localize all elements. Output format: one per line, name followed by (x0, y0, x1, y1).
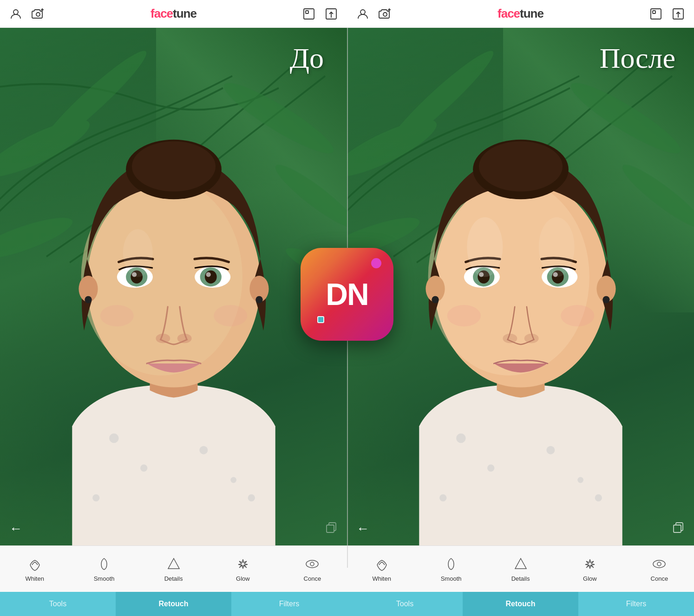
right-nav-tools[interactable]: Tools (347, 592, 463, 616)
left-bottom-nav: Tools Retouch Filters (0, 592, 347, 616)
left-image-area: До ← (0, 28, 347, 545)
right-tool-whiten[interactable]: Whiten (347, 551, 416, 586)
right-camera-add-icon[interactable] (378, 6, 393, 21)
right-copy-icon[interactable] (672, 521, 685, 536)
left-tool-glow[interactable]: Glow (208, 551, 277, 586)
right-smooth-icon (443, 556, 459, 572)
svg-point-59 (487, 464, 494, 471)
svg-point-80 (503, 333, 517, 343)
left-topbar-right (301, 6, 339, 21)
right-glow-icon (582, 556, 598, 572)
svg-point-61 (577, 477, 583, 483)
svg-rect-41 (327, 525, 334, 532)
svg-point-16 (199, 446, 208, 454)
right-topbar-right (648, 6, 686, 21)
svg-point-0 (13, 10, 18, 14)
svg-point-40 (123, 229, 152, 277)
svg-point-43 (306, 560, 318, 568)
svg-point-35 (206, 272, 210, 277)
svg-point-15 (140, 464, 147, 471)
svg-point-1 (36, 13, 40, 16)
share-icon[interactable] (324, 6, 339, 21)
svg-point-62 (439, 494, 446, 501)
left-tools-bar: Whiten Smooth Details (0, 545, 347, 592)
svg-point-17 (230, 477, 236, 483)
right-glow-label: Glow (583, 575, 597, 582)
svg-rect-4 (304, 9, 314, 19)
right-bottom-nav: Tools Retouch Filters (347, 592, 694, 616)
svg-point-45 (360, 10, 365, 14)
svg-point-71 (602, 296, 609, 303)
camera-add-icon[interactable] (31, 6, 46, 21)
svg-point-63 (595, 494, 602, 501)
right-facetune-logo: facetune (498, 6, 543, 21)
svg-point-38 (100, 305, 133, 326)
right-topbar: facetune (347, 0, 694, 28)
svg-point-44 (310, 562, 314, 566)
svg-rect-49 (651, 9, 661, 19)
svg-point-70 (432, 296, 439, 303)
conceal-icon (304, 556, 321, 572)
right-nav-arrow[interactable]: ← (356, 521, 369, 536)
logo-face-text: face (151, 6, 173, 20)
right-tool-glow[interactable]: Glow (555, 551, 624, 586)
whiten-icon (26, 556, 43, 572)
left-copy-icon[interactable] (325, 521, 338, 536)
right-details-icon (512, 556, 529, 572)
right-smooth-label: Smooth (441, 575, 462, 582)
right-share-icon[interactable] (671, 6, 686, 21)
left-nav-filters[interactable]: Filters (231, 592, 347, 616)
left-conceal-label: Conce (304, 575, 321, 582)
left-tool-details[interactable]: Details (139, 551, 208, 586)
right-logo-tune: tune (520, 6, 543, 20)
svg-point-84 (467, 217, 503, 277)
right-tool-conceal[interactable]: Conce (625, 551, 694, 586)
svg-marker-87 (515, 558, 526, 569)
svg-point-34 (204, 270, 216, 283)
left-details-label: Details (164, 575, 183, 582)
profile-icon[interactable] (8, 6, 23, 21)
right-conceal-icon (651, 556, 668, 572)
svg-point-89 (657, 562, 661, 566)
left-tool-conceal[interactable]: Conce (278, 551, 347, 586)
left-panel: facetune (0, 0, 347, 616)
left-nav-retouch[interactable]: Retouch (116, 592, 231, 616)
right-logo-face: face (498, 6, 520, 20)
right-tool-smooth[interactable]: Smooth (416, 551, 485, 586)
right-nav-retouch[interactable]: Retouch (463, 592, 578, 616)
right-profile-icon[interactable] (355, 6, 370, 21)
left-nav-arrow[interactable]: ← (9, 521, 22, 536)
left-nav-tools[interactable]: Tools (0, 592, 116, 616)
logo-tune-text: tune (173, 6, 196, 20)
svg-rect-5 (306, 11, 308, 13)
right-gallery-icon[interactable] (648, 6, 663, 21)
left-tool-whiten[interactable]: Whiten (0, 551, 69, 586)
svg-point-27 (255, 296, 262, 303)
svg-point-88 (653, 560, 665, 568)
svg-point-23 (131, 141, 215, 191)
right-details-label: Details (511, 575, 530, 582)
right-tool-details[interactable]: Details (486, 551, 555, 586)
svg-rect-86 (674, 525, 681, 532)
svg-point-60 (546, 446, 555, 454)
left-smooth-label: Smooth (94, 575, 115, 582)
right-whiten-icon (373, 556, 390, 572)
right-photo-label: После (600, 42, 675, 75)
left-glow-label: Glow (236, 575, 250, 582)
left-topbar: facetune (0, 0, 347, 28)
svg-point-36 (156, 333, 170, 343)
svg-point-82 (447, 305, 480, 326)
left-tool-smooth[interactable]: Smooth (69, 551, 138, 586)
right-topbar-left (355, 6, 393, 21)
svg-point-26 (85, 296, 92, 303)
svg-point-83 (561, 305, 594, 326)
svg-point-19 (248, 494, 255, 501)
left-facetune-logo: facetune (151, 6, 196, 21)
right-whiten-label: Whiten (372, 575, 391, 582)
left-whiten-label: Whiten (25, 575, 44, 582)
svg-point-18 (92, 494, 99, 501)
right-conceal-label: Conce (651, 575, 668, 582)
svg-point-81 (524, 333, 538, 343)
right-nav-filters[interactable]: Filters (578, 592, 694, 616)
gallery-icon[interactable] (301, 6, 316, 21)
